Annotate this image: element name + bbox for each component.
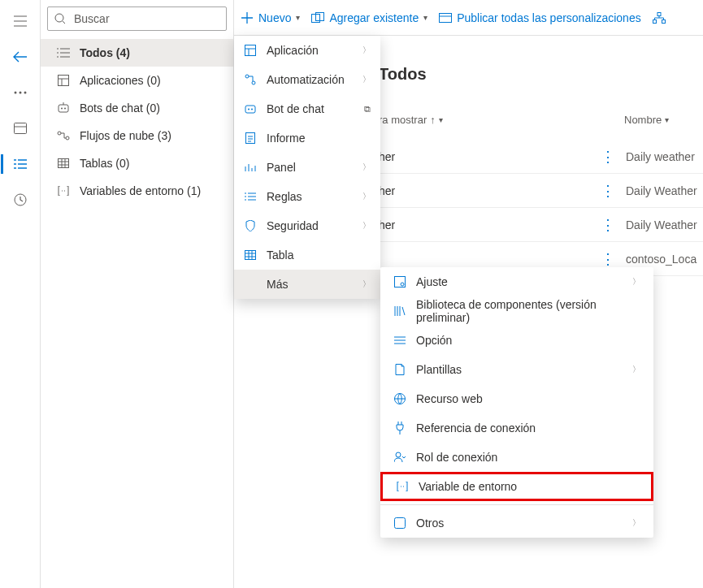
- page-title: Todos: [379, 65, 427, 84]
- dashboard-icon: [244, 161, 257, 174]
- sitemap-icon[interactable]: [653, 12, 666, 24]
- library-icon: [393, 305, 406, 318]
- cmd-publicar[interactable]: Publicar todas las personalizaciones: [439, 11, 640, 24]
- tree-item-tablas[interactable]: Tablas (0): [41, 149, 233, 177]
- svg-point-28: [401, 283, 404, 286]
- svg-rect-15: [440, 13, 452, 22]
- column-header-name[interactable]: Nombre ▾: [624, 114, 669, 126]
- tree-label: Tablas (0): [80, 157, 223, 170]
- menu-item-reglas[interactable]: Reglas 〉: [234, 182, 380, 211]
- svg-point-9: [64, 108, 66, 110]
- blank-icon: [244, 278, 257, 291]
- chevron-down-icon: ▾: [665, 115, 669, 124]
- menu-item-tabla[interactable]: Tabla: [234, 240, 380, 270]
- table-row[interactable]: her ⋮ Daily weather: [379, 140, 703, 174]
- role-icon: [393, 451, 406, 464]
- menu-item-plantillas[interactable]: Plantillas 〉: [380, 355, 653, 384]
- publish-icon: [439, 11, 452, 24]
- tree-view-icon[interactable]: [1, 149, 40, 179]
- svg-rect-6: [59, 76, 69, 86]
- cmd-label: Agregar existente: [329, 11, 419, 24]
- menu-item-opcion[interactable]: Opción: [380, 326, 653, 355]
- menu-item-variable-entorno[interactable]: Variable de entorno: [380, 472, 653, 501]
- menu-item-informe[interactable]: Informe: [234, 123, 380, 153]
- bot-icon: [57, 102, 70, 115]
- table-row[interactable]: her ⋮ Daily Weather: [379, 174, 703, 208]
- svg-rect-18: [662, 19, 665, 23]
- chevron-down-icon: ▾: [423, 13, 427, 22]
- other-icon: [393, 517, 406, 530]
- chevron-right-icon: 〉: [632, 517, 640, 529]
- hamburger-icon[interactable]: [1, 6, 40, 36]
- cmd-label: Publicar todas las personalizaciones: [457, 11, 640, 24]
- menu-item-recurso[interactable]: Recurso web: [380, 384, 653, 413]
- tree-item-todos[interactable]: Todos (4): [41, 39, 233, 67]
- svg-rect-26: [245, 251, 256, 260]
- column-header-display[interactable]: ra mostrar ↑ ▾: [379, 114, 443, 126]
- sort-asc-icon: ↑: [430, 114, 436, 126]
- svg-rect-12: [59, 159, 69, 168]
- cmd-nuevo[interactable]: Nuevo ▾: [241, 11, 300, 24]
- history-icon[interactable]: [1, 185, 40, 214]
- table-icon[interactable]: [1, 114, 40, 143]
- menu-item-biblioteca[interactable]: Biblioteca de componentes (versión preli…: [380, 296, 653, 326]
- chevron-right-icon: 〉: [362, 162, 371, 173]
- option-icon: [393, 334, 406, 347]
- chevron-right-icon: 〉: [362, 220, 371, 231]
- search-field[interactable]: [72, 11, 219, 26]
- table-row[interactable]: her ⋮ Daily Weather: [379, 208, 703, 242]
- menu-item-seguridad[interactable]: Seguridad 〉: [234, 211, 380, 240]
- bot-icon: [244, 102, 257, 115]
- more-icon[interactable]: [1, 78, 40, 107]
- svg-rect-22: [245, 106, 255, 113]
- svg-point-5: [55, 14, 63, 22]
- svg-point-24: [251, 109, 253, 110]
- search-input[interactable]: [47, 6, 227, 31]
- menu-item-panel[interactable]: Panel 〉: [234, 153, 380, 182]
- menu-item-otros[interactable]: Otros 〉: [380, 508, 653, 538]
- chevron-right-icon: 〉: [362, 74, 371, 85]
- settings-icon: [393, 275, 406, 288]
- tree-label: Flujos de nube (3): [80, 129, 223, 142]
- row-actions-icon[interactable]: ⋮: [590, 148, 626, 166]
- svg-rect-25: [246, 133, 255, 144]
- menu-item-automatizacion[interactable]: Automatización 〉: [234, 65, 380, 94]
- more-submenu: Ajuste 〉 Biblioteca de componentes (vers…: [380, 267, 653, 538]
- menu-item-refconexion[interactable]: Referencia de conexión: [380, 413, 653, 443]
- plus-icon: [241, 11, 254, 24]
- tree-item-aplicaciones[interactable]: Aplicaciones (0): [41, 67, 233, 94]
- app-icon: [244, 44, 257, 57]
- row-actions-icon[interactable]: ⋮: [590, 216, 626, 234]
- plug-icon: [393, 422, 406, 435]
- tree-item-variables[interactable]: Variables de entorno (1): [41, 177, 233, 205]
- chevron-right-icon: 〉: [362, 279, 371, 290]
- tree-item-bots[interactable]: Bots de chat (0): [41, 94, 233, 122]
- tree-label: Aplicaciones (0): [80, 74, 223, 87]
- cmd-label: Nuevo: [258, 11, 291, 24]
- menu-item-botchat[interactable]: Bot de chat ⧉: [234, 94, 380, 123]
- tree-label: Variables de entorno (1): [80, 184, 223, 197]
- tree-item-flujos[interactable]: Flujos de nube (3): [41, 122, 233, 149]
- svg-rect-17: [653, 19, 656, 23]
- svg-point-30: [396, 452, 401, 457]
- menu-item-ajuste[interactable]: Ajuste 〉: [380, 267, 653, 296]
- svg-rect-19: [245, 45, 256, 56]
- menu-item-mas[interactable]: Más 〉: [234, 270, 380, 299]
- row-actions-icon[interactable]: ⋮: [590, 250, 626, 268]
- automation-icon: [244, 73, 257, 86]
- menu-item-aplicacion[interactable]: Aplicación 〉: [234, 36, 380, 65]
- svg-point-0: [14, 92, 16, 94]
- table2-icon: [57, 157, 70, 170]
- menu-item-rolconexion[interactable]: Rol de conexión: [380, 443, 653, 472]
- back-icon[interactable]: [1, 42, 40, 71]
- cmd-agregar[interactable]: Agregar existente ▾: [311, 11, 427, 24]
- row-actions-icon[interactable]: ⋮: [590, 182, 626, 200]
- svg-point-23: [248, 109, 250, 110]
- svg-rect-31: [395, 518, 406, 529]
- chevron-down-icon: ▾: [296, 13, 300, 22]
- chevron-right-icon: 〉: [362, 45, 371, 56]
- list-icon: [57, 46, 70, 59]
- svg-point-10: [58, 132, 61, 135]
- brackets-icon: [57, 184, 70, 197]
- chevron-down-icon: ▾: [439, 115, 443, 124]
